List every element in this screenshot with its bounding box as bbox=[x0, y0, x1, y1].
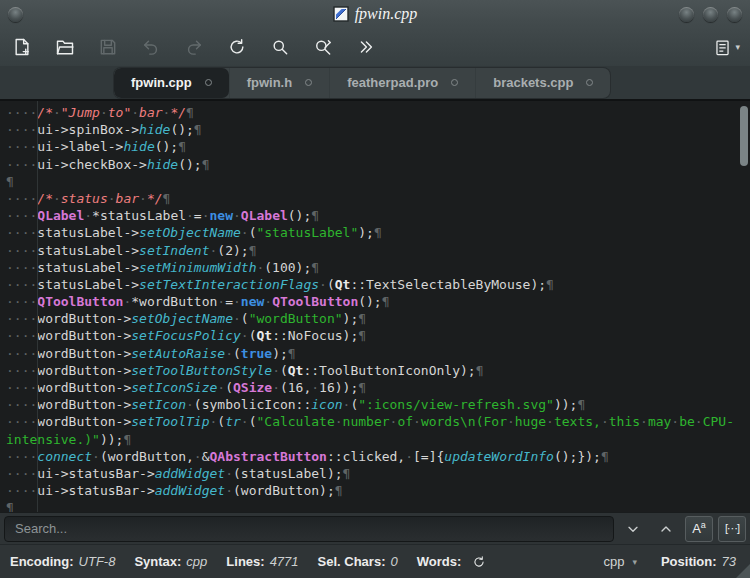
code-line: ····statusLabel->setIndent·(2);¶ bbox=[6, 242, 750, 259]
code-line: intensive.)"));¶ bbox=[6, 431, 750, 448]
tab-featherpad.pro[interactable]: featherpad.pro bbox=[329, 68, 475, 98]
search-next-button[interactable] bbox=[619, 516, 647, 542]
chevron-up-icon bbox=[658, 521, 674, 537]
search-previous-button[interactable] bbox=[652, 516, 680, 542]
code-line: ····QLabel·*statusLabel·=·new·QLabel();¶ bbox=[6, 207, 750, 224]
code-line: ····wordButton->setObjectName·("wordButt… bbox=[6, 310, 750, 327]
code-line: ····wordButton->setToolButtonStyle·(Qt::… bbox=[6, 362, 750, 379]
minimize-button[interactable] bbox=[679, 7, 694, 22]
new-document-button[interactable] bbox=[10, 35, 34, 59]
titlebar[interactable]: fpwin.cpp bbox=[0, 0, 750, 28]
code-line: ····ui->statusBar->addWidget·(wordButton… bbox=[6, 482, 750, 499]
code-line: ····QToolButton·*wordButton·=·new·QToolB… bbox=[6, 293, 750, 310]
window-title-area: fpwin.cpp bbox=[0, 5, 750, 23]
match-case-icon: Aa bbox=[692, 521, 706, 536]
code-line: ····statusLabel->setTextInteractionFlags… bbox=[6, 276, 750, 293]
code-line: ····/*·status·bar·*/¶ bbox=[6, 190, 750, 207]
code-line: ····wordButton->setAutoRaise·(true);¶ bbox=[6, 345, 750, 362]
words-status: Words: bbox=[417, 553, 489, 571]
search-bar: Aa [⋯] bbox=[0, 512, 750, 544]
code-line: ····wordButton->setIcon·(symbolicIcon::i… bbox=[6, 396, 750, 413]
syntax-status: Syntax: cpp bbox=[134, 554, 207, 569]
undo-icon bbox=[141, 37, 161, 57]
word-count-refresh-button[interactable] bbox=[470, 553, 488, 571]
code-line: ····ui->spinBox->hide();¶ bbox=[6, 121, 750, 138]
code-line: ····connect·(wordButton,·&QAbstractButto… bbox=[6, 448, 750, 465]
code-line: ····wordButton->setIconSize·(QSize·(16,·… bbox=[6, 379, 750, 396]
side-pane-menu-button[interactable]: ▾ bbox=[713, 38, 740, 57]
search-button[interactable] bbox=[268, 35, 292, 59]
match-case-button[interactable]: Aa bbox=[685, 516, 713, 542]
tab-label: featherpad.pro bbox=[347, 75, 438, 90]
window-title: fpwin.cpp bbox=[355, 5, 418, 23]
encoding-status: Encoding: UTF-8 bbox=[10, 554, 115, 569]
vertical-scrollbar[interactable] bbox=[740, 106, 748, 166]
code-line: ····ui->statusBar->addWidget·(statusLabe… bbox=[6, 465, 750, 482]
undo-button bbox=[139, 35, 163, 59]
document-menu-icon bbox=[713, 38, 732, 57]
chevron-down-icon: ▾ bbox=[632, 557, 637, 567]
tab-close-icon[interactable] bbox=[451, 79, 458, 86]
lines-status: Lines: 4771 bbox=[226, 554, 298, 569]
new-file-icon bbox=[12, 37, 32, 57]
tab-close-icon[interactable] bbox=[586, 79, 593, 86]
find-replace-button[interactable] bbox=[311, 35, 335, 59]
whole-word-icon: [⋯] bbox=[725, 522, 739, 535]
save-button bbox=[96, 35, 120, 59]
redo-button bbox=[182, 35, 206, 59]
close-button[interactable] bbox=[727, 7, 742, 22]
reload-button[interactable] bbox=[225, 35, 249, 59]
tab-fpwin.h[interactable]: fpwin.h bbox=[229, 68, 330, 98]
open-folder-icon bbox=[55, 37, 75, 57]
open-file-button[interactable] bbox=[53, 35, 77, 59]
double-chevron-icon bbox=[356, 37, 376, 57]
status-bar: Encoding: UTF-8 Syntax: cpp Lines: 4771 … bbox=[0, 544, 750, 578]
tab-label: brackets.cpp bbox=[493, 75, 573, 90]
code-line: ····ui->label->hide();¶ bbox=[6, 138, 750, 155]
featherpad-window: fpwin.cpp ▾ fpwin.cppfpwin.hfeatherpad.p… bbox=[0, 0, 750, 578]
tab-fpwin.cpp[interactable]: fpwin.cpp bbox=[114, 68, 229, 98]
tab-bar: fpwin.cppfpwin.hfeatherpad.probrackets.c… bbox=[0, 66, 750, 100]
tab-close-icon[interactable] bbox=[205, 79, 212, 86]
search-icon bbox=[270, 37, 290, 57]
more-actions-button[interactable] bbox=[354, 35, 378, 59]
code-editor[interactable]: ····/*·"Jump·to"·bar·*/¶····ui->spinBox-… bbox=[0, 100, 750, 512]
resize-grip[interactable] bbox=[736, 564, 750, 578]
window-chrome: fpwin.cpp ▾ bbox=[0, 0, 750, 66]
maximize-button[interactable] bbox=[703, 7, 718, 22]
tab-close-icon[interactable] bbox=[305, 79, 312, 86]
whole-word-button[interactable]: [⋯] bbox=[718, 516, 746, 542]
code-line: ¶ bbox=[6, 499, 750, 512]
tab-strip: fpwin.cppfpwin.hfeatherpad.probrackets.c… bbox=[114, 68, 610, 98]
featherpad-app-icon bbox=[333, 6, 349, 22]
tab-label: fpwin.h bbox=[247, 75, 293, 90]
menu-caret-icon: ▾ bbox=[735, 42, 740, 52]
redo-icon bbox=[184, 37, 204, 57]
language-selector[interactable]: cpp ▾ bbox=[603, 554, 637, 569]
reload-icon bbox=[227, 37, 247, 57]
save-icon bbox=[98, 37, 118, 57]
refresh-icon bbox=[472, 555, 486, 569]
code-line: ····ui->checkBox->hide();¶ bbox=[6, 156, 750, 173]
code-line: ····statusLabel->setObjectName·("statusL… bbox=[6, 224, 750, 241]
position-status: Position: 73 bbox=[661, 554, 736, 569]
find-replace-icon bbox=[313, 37, 333, 57]
code-line: ····wordButton->setToolTip·(tr·("Calcula… bbox=[6, 413, 750, 430]
tab-brackets.cpp[interactable]: brackets.cpp bbox=[475, 68, 610, 98]
code-line: ····statusLabel->setMinimumWidth·(100);¶ bbox=[6, 259, 750, 276]
code-line: ¶ bbox=[6, 173, 750, 190]
code-line: ····/*·"Jump·to"·bar·*/¶ bbox=[6, 104, 750, 121]
code-line: ····wordButton->setFocusPolicy·(Qt::NoFo… bbox=[6, 327, 750, 344]
window-menu-button[interactable] bbox=[8, 7, 23, 22]
indent-guide-line bbox=[37, 101, 38, 512]
toolbar: ▾ bbox=[0, 28, 750, 66]
search-input[interactable] bbox=[4, 516, 614, 542]
sel-chars-status: Sel. Chars: 0 bbox=[318, 554, 398, 569]
tab-label: fpwin.cpp bbox=[131, 75, 192, 90]
chevron-down-icon bbox=[625, 521, 641, 537]
